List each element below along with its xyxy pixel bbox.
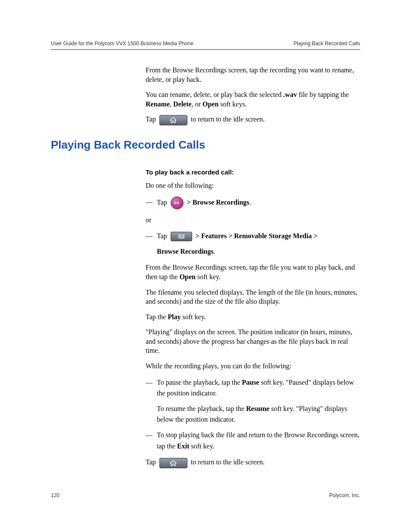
do-one: Do one of the following: <box>146 181 360 190</box>
section-body: To play back a recorded call: Do one of … <box>146 168 360 468</box>
option-2: Tap > Features > Removable Storage Media… <box>146 230 360 257</box>
page-footer: 120 Polycom, Inc. <box>51 492 360 498</box>
page-header: User Guide for the Polycom VVX 1500 Busi… <box>51 40 360 50</box>
para-play: Tap the Play soft key. <box>146 312 360 322</box>
applications-icon <box>171 196 184 209</box>
para-while: While the recording plays, you can do th… <box>146 361 360 371</box>
company-name: Polycom, Inc. <box>329 492 360 498</box>
playback-actions-list: To pause the playback, tap the Pause sof… <box>146 377 360 452</box>
action-exit: To stop playing back the file and return… <box>146 429 360 451</box>
action-pause: To pause the playback, tap the Pause sof… <box>146 377 360 425</box>
section-heading: Playing Back Recorded Calls <box>51 138 360 152</box>
or-text: or <box>146 215 360 225</box>
header-left: User Guide for the Polycom VVX 1500 Busi… <box>51 40 193 47</box>
header-right: Playing Back Recorded Calls <box>293 40 360 47</box>
para-playing: "Playing" displays on the screen. The po… <box>146 327 360 355</box>
intro-block: From the Browse Recordings screen, tap t… <box>146 65 360 125</box>
page: User Guide for the Polycom VVX 1500 Busi… <box>0 0 411 532</box>
option-1: Tap > Browse Recordings. <box>146 196 360 209</box>
home-button-icon <box>159 115 187 125</box>
tap-home-2: Tap to return to the idle screen. <box>146 457 360 468</box>
para-open: From the Browse Recordings screen, tap t… <box>146 263 360 281</box>
svg-point-0 <box>174 202 176 204</box>
intro-tap-home: Tap to return to the idle screen. <box>146 115 360 125</box>
first-option-list: Tap > Browse Recordings. <box>146 196 360 209</box>
para-filename: The filename you selected displays. The … <box>146 288 360 306</box>
svg-rect-2 <box>179 235 184 238</box>
intro-para-1: From the Browse Recordings screen, tap t… <box>146 65 360 84</box>
intro-para-2: You can rename, delete, or play back the… <box>146 90 360 109</box>
menu-button-icon <box>171 232 192 241</box>
home-button-icon <box>159 458 187 468</box>
second-option-list: Tap > Features > Removable Storage Media… <box>146 230 360 257</box>
page-number: 120 <box>51 492 59 498</box>
subheading: To play back a recorded call: <box>146 168 360 177</box>
